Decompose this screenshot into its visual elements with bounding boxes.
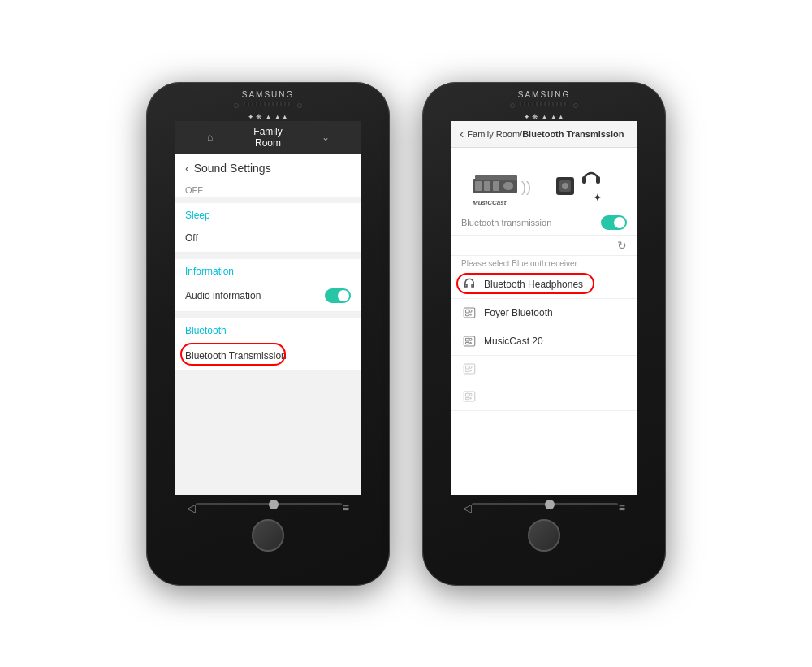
foyer-bt-label: Foyer Bluetooth <box>484 307 553 318</box>
right-phone-bottom: ◁ ≡ <box>422 495 666 557</box>
left-phone: SAMSUNG ✦ ❋ ▲ ▲▲ ⌂ Family Room ⌄ <box>146 82 390 586</box>
right-menu-nav-icon[interactable]: ≡ <box>619 501 625 514</box>
left-screen-content: ‹ Sound Settings OFF Sleep Off Informati… <box>175 154 361 495</box>
right-status-bar: ✦ ❋ ▲ ▲▲ <box>524 113 564 121</box>
device-row-foyer-bt[interactable]: Foyer Bluetooth <box>451 299 637 327</box>
divider-1 <box>175 197 361 203</box>
speaker-icon-foyer <box>461 305 477 321</box>
svg-point-22 <box>470 342 472 344</box>
left-camera-area <box>234 102 302 110</box>
back-arrow-icon[interactable]: ‹ <box>185 162 189 175</box>
svg-rect-4 <box>503 182 513 190</box>
speaker-icon-empty1 <box>461 361 477 377</box>
audio-information-label: Audio information <box>185 290 261 301</box>
empty-device-row-2 <box>451 383 637 411</box>
right-slider-thumb[interactable] <box>545 500 555 509</box>
card-title-bar[interactable]: ‹ Sound Settings <box>175 154 361 180</box>
musiccast20-label: MusicCast 20 <box>484 336 543 347</box>
svg-rect-23 <box>466 342 469 344</box>
rooms-icon: ⌂ <box>184 132 236 143</box>
refresh-icon[interactable]: ↻ <box>617 239 627 252</box>
left-nav-bar: ◁ ≡ <box>187 501 349 514</box>
sound-settings-title: Sound Settings <box>194 162 271 175</box>
slider-thumb[interactable] <box>269 500 279 509</box>
svg-point-31 <box>469 393 472 396</box>
room-name: Family Room <box>241 126 294 149</box>
sleep-section-header: Sleep <box>175 203 361 224</box>
svg-rect-18 <box>466 314 469 315</box>
chevron-down-icon: ⌄ <box>300 132 352 143</box>
refresh-row: ↻ <box>451 236 637 256</box>
information-section-header: Information <box>175 259 361 280</box>
sleep-value: Off <box>185 232 198 244</box>
left-phone-bottom: ◁ ≡ <box>146 495 390 557</box>
right-sensor-dot <box>573 103 578 108</box>
speaker-icon-empty2 <box>461 388 477 405</box>
menu-nav-icon[interactable]: ≡ <box>343 501 349 514</box>
svg-rect-15 <box>466 310 469 313</box>
right-nav-title: Family Room/Bluetooth Transmission <box>467 129 624 139</box>
off-sublabel: OFF <box>175 180 361 197</box>
svg-rect-28 <box>466 370 469 372</box>
svg-point-27 <box>470 370 472 372</box>
empty-device-row-1 <box>451 356 637 383</box>
bt-transmission-label: Bluetooth Transmission <box>185 350 287 362</box>
svg-rect-30 <box>466 393 469 396</box>
svg-rect-12 <box>596 176 600 184</box>
back-nav-icon[interactable]: ◁ <box>187 501 196 514</box>
right-back-arrow-icon[interactable]: ‹ <box>460 127 464 141</box>
audio-information-row[interactable]: Audio information <box>175 280 361 312</box>
svg-point-32 <box>470 398 472 400</box>
svg-rect-5 <box>475 175 517 180</box>
left-phone-top: SAMSUNG ✦ ❋ ▲ ▲▲ <box>146 82 390 121</box>
device-row-musiccast20[interactable]: MusicCast 20 <box>451 327 637 356</box>
volume-slider[interactable] <box>196 503 342 505</box>
right-brand: SAMSUNG <box>518 90 571 99</box>
sound-settings-card: ‹ Sound Settings OFF Sleep Off Informati… <box>175 154 361 370</box>
right-home-button[interactable] <box>528 519 560 552</box>
select-receiver-label: Please select Bluetooth receiver <box>451 256 637 271</box>
svg-rect-25 <box>466 366 469 369</box>
left-screen-header: ⌂ Family Room ⌄ <box>175 121 361 154</box>
right-camera-area <box>510 102 578 110</box>
speaker-icon-mc20 <box>461 333 477 349</box>
svg-point-16 <box>469 310 472 312</box>
svg-rect-20 <box>466 338 469 341</box>
right-camera-dot <box>510 103 515 108</box>
svg-text:)): )) <box>521 179 531 195</box>
divider-2 <box>175 253 361 259</box>
right-back-nav-icon[interactable]: ◁ <box>463 501 472 514</box>
bt-headphones-label: Bluetooth Headphones <box>484 279 583 290</box>
svg-rect-11 <box>582 176 586 184</box>
svg-rect-33 <box>466 398 469 400</box>
svg-point-26 <box>469 366 472 368</box>
left-screen: ⌂ Family Room ⌄ ‹ Sound Settings OFF Sle… <box>175 121 361 495</box>
sensor-dot <box>297 103 302 108</box>
right-screen: ‹ Family Room/Bluetooth Transmission )) <box>451 121 637 495</box>
divider-3 <box>175 312 361 318</box>
speaker-grille <box>244 102 292 106</box>
home-button[interactable] <box>252 519 284 552</box>
svg-rect-10 <box>562 183 568 189</box>
svg-point-21 <box>469 338 472 340</box>
headphone-icon <box>461 276 477 292</box>
bt-transmission-row[interactable]: Bluetooth Transmission <box>175 340 361 370</box>
bt-transmission-text: Bluetooth transmission <box>461 218 551 227</box>
left-status-bar: ✦ ❋ ▲ ▲▲ <box>248 113 288 121</box>
right-speaker-grille <box>520 102 568 106</box>
right-nav-bar: ◁ ≡ <box>463 501 625 514</box>
musiccast-illustration: )) MusiCCast ✦ <box>471 154 617 207</box>
right-screen-header: ‹ Family Room/Bluetooth Transmission <box>451 121 637 148</box>
right-volume-slider[interactable] <box>472 503 618 505</box>
device-row-bt-headphones[interactable]: Bluetooth Headphones <box>451 271 637 299</box>
illustration-area: )) MusiCCast ✦ <box>451 148 637 210</box>
camera-dot <box>234 103 239 108</box>
svg-rect-2 <box>484 181 490 191</box>
bluetooth-section-header: Bluetooth <box>175 318 361 340</box>
bt-transmission-toggle[interactable] <box>601 215 627 230</box>
left-brand: SAMSUNG <box>242 90 295 99</box>
audio-info-toggle[interactable] <box>325 288 351 303</box>
svg-text:✦: ✦ <box>593 191 603 204</box>
svg-point-17 <box>470 314 472 315</box>
right-phone-top: SAMSUNG ✦ ❋ ▲ ▲▲ <box>422 82 666 121</box>
